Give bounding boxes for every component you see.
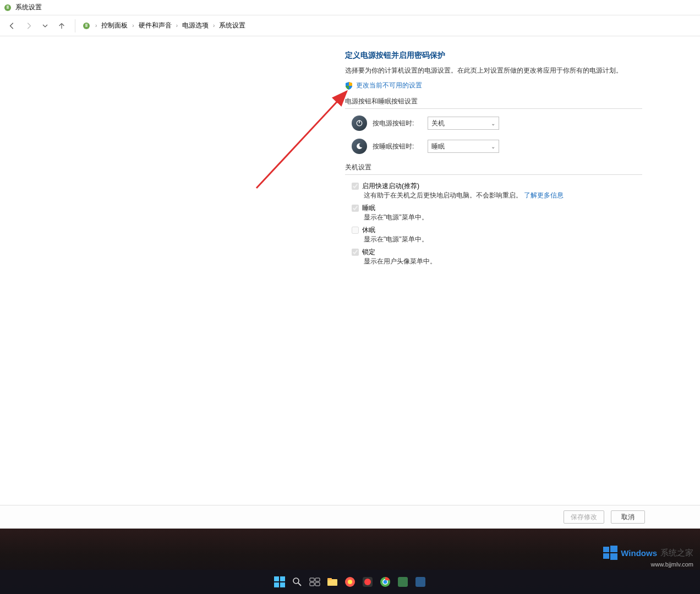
power-button-label: 按电源按钮时:: [373, 119, 422, 128]
svg-rect-15: [280, 582, 285, 587]
main-content-area: 定义电源按钮并启用密码保护 选择要为你的计算机设置的电源设置。在此页上对设置所做…: [0, 36, 700, 505]
power-button-row: 按电源按钮时: 关机 ⌄: [352, 116, 642, 131]
desktop-strip: Windows系统之家 www.bjjmlv.com: [0, 529, 700, 594]
breadcrumb: › 控制面板 › 硬件和声音 › 电源选项 › 系统设置: [95, 20, 248, 31]
svg-rect-11: [610, 553, 617, 560]
breadcrumb-power-options[interactable]: 电源选项: [180, 20, 211, 31]
fast-startup-checkbox[interactable]: [352, 183, 359, 190]
lock-item: 锁定 显示在用户头像菜单中。: [352, 248, 642, 266]
hibernate-checkbox[interactable]: [352, 227, 359, 234]
svg-line-17: [298, 583, 301, 586]
lock-description: 显示在用户头像菜单中。: [364, 257, 642, 266]
sleep-description: 显示在"电源"菜单中。: [364, 213, 642, 222]
svg-rect-10: [603, 553, 609, 559]
chevron-down-icon: ⌄: [491, 144, 495, 150]
watermark-brand-en: Windows: [621, 548, 657, 558]
recent-dropdown-button[interactable]: [39, 19, 52, 32]
up-button[interactable]: [55, 19, 68, 32]
window-icon: [3, 3, 12, 12]
start-button[interactable]: [272, 575, 287, 589]
title-bar: 系统设置: [0, 0, 700, 15]
dialog-button-bar: 保存修改 取消: [0, 505, 700, 529]
svg-rect-13: [280, 576, 285, 581]
change-unavailable-settings-link[interactable]: 更改当前不可用的设置: [356, 81, 422, 90]
svg-line-7: [256, 91, 347, 188]
sleep-button-action-dropdown[interactable]: 睡眠 ⌄: [428, 140, 499, 153]
chevron-right-icon: ›: [132, 23, 134, 29]
breadcrumb-control-panel[interactable]: 控制面板: [99, 20, 130, 31]
sleep-label: 睡眠: [362, 204, 375, 213]
taskbar: [0, 570, 700, 594]
sleep-button-label: 按睡眠按钮时:: [373, 142, 422, 151]
window-title: 系统设置: [15, 3, 42, 12]
svg-rect-8: [603, 547, 609, 552]
windows-logo-icon: [603, 546, 617, 560]
hibernate-item: 休眠 显示在"电源"菜单中。: [352, 226, 642, 244]
fast-startup-label: 启用快速启动(推荐): [362, 182, 419, 191]
watermark-title: Windows系统之家: [603, 546, 693, 560]
watermark-url: www.bjjmlv.com: [603, 561, 693, 568]
hibernate-label: 休眠: [362, 226, 375, 235]
taskbar-app-music[interactable]: [360, 575, 375, 589]
change-unavailable-settings-row: 更改当前不可用的设置: [345, 81, 642, 90]
svg-rect-23: [327, 578, 332, 580]
sleep-icon: [352, 139, 367, 154]
chevron-down-icon: ⌄: [491, 120, 495, 127]
navigation-bar: › 控制面板 › 硬件和声音 › 电源选项 › 系统设置: [0, 15, 700, 36]
sleep-checkbox[interactable]: [352, 205, 359, 212]
back-button[interactable]: [6, 19, 19, 32]
search-button[interactable]: [290, 575, 304, 589]
chevron-right-icon: ›: [176, 23, 178, 29]
address-icon: [82, 21, 91, 30]
forward-button[interactable]: [22, 19, 35, 32]
lock-checkbox[interactable]: [352, 249, 359, 256]
breadcrumb-hardware-sound[interactable]: 硬件和声音: [136, 20, 174, 31]
taskbar-app-explorer[interactable]: [325, 575, 340, 589]
fast-startup-desc-text: 这有助于在关机之后更快地启动电脑。不会影响重启。: [364, 191, 522, 199]
svg-rect-1: [7, 6, 9, 9]
chevron-right-icon: ›: [213, 23, 215, 29]
nav-separator: [75, 19, 75, 32]
watermark-brand-zh: 系统之家: [660, 548, 693, 558]
svg-rect-3: [85, 24, 88, 27]
taskbar-app-generic1[interactable]: [396, 575, 410, 589]
breadcrumb-system-settings[interactable]: 系统设置: [217, 20, 248, 31]
content-panel: 定义电源按钮并启用密码保护 选择要为你的计算机设置的电源设置。在此页上对设置所做…: [345, 51, 642, 270]
sleep-button-row: 按睡眠按钮时: 睡眠 ⌄: [352, 139, 642, 154]
fast-startup-description: 这有助于在关机之后更快地启动电脑。不会影响重启。 了解更多信息: [364, 191, 642, 200]
taskbar-app-generic2[interactable]: [413, 575, 428, 589]
svg-rect-18: [310, 578, 314, 581]
svg-rect-32: [415, 577, 425, 587]
taskbar-app-chrome[interactable]: [378, 575, 392, 589]
svg-rect-20: [310, 582, 314, 586]
svg-rect-9: [610, 546, 617, 552]
svg-rect-12: [274, 576, 279, 581]
sleep-item: 睡眠 显示在"电源"菜单中。: [352, 204, 642, 222]
power-sleep-buttons-header: 电源按钮和睡眠按钮设置: [345, 97, 642, 109]
svg-point-27: [364, 579, 371, 585]
cancel-button[interactable]: 取消: [611, 510, 645, 524]
taskbar-app-browser1[interactable]: [343, 575, 357, 589]
svg-point-25: [348, 580, 352, 584]
chevron-right-icon: ›: [95, 23, 97, 29]
sleep-button-action-value: 睡眠: [431, 142, 445, 151]
power-button-action-dropdown[interactable]: 关机 ⌄: [428, 117, 499, 130]
power-icon: [352, 116, 367, 131]
hibernate-description: 显示在"电源"菜单中。: [364, 235, 642, 244]
svg-rect-21: [315, 582, 320, 586]
task-view-button[interactable]: [308, 575, 322, 589]
svg-rect-31: [398, 577, 408, 587]
power-button-action-value: 关机: [431, 119, 445, 128]
lock-label: 锁定: [362, 248, 375, 257]
fast-startup-item: 启用快速启动(推荐) 这有助于在关机之后更快地启动电脑。不会影响重启。 了解更多…: [352, 182, 642, 200]
svg-rect-14: [274, 582, 279, 587]
page-description: 选择要为你的计算机设置的电源设置。在此页上对设置所做的更改将应用于你所有的电源计…: [345, 66, 642, 75]
watermark: Windows系统之家 www.bjjmlv.com: [603, 546, 693, 568]
learn-more-link[interactable]: 了解更多信息: [524, 191, 564, 199]
shutdown-settings-header: 关机设置: [345, 163, 642, 175]
svg-point-16: [293, 578, 299, 584]
page-title: 定义电源按钮并启用密码保护: [345, 51, 642, 61]
shutdown-settings-group: 启用快速启动(推荐) 这有助于在关机之后更快地启动电脑。不会影响重启。 了解更多…: [352, 182, 642, 266]
save-changes-button[interactable]: 保存修改: [564, 510, 604, 524]
shield-icon: [345, 82, 353, 90]
